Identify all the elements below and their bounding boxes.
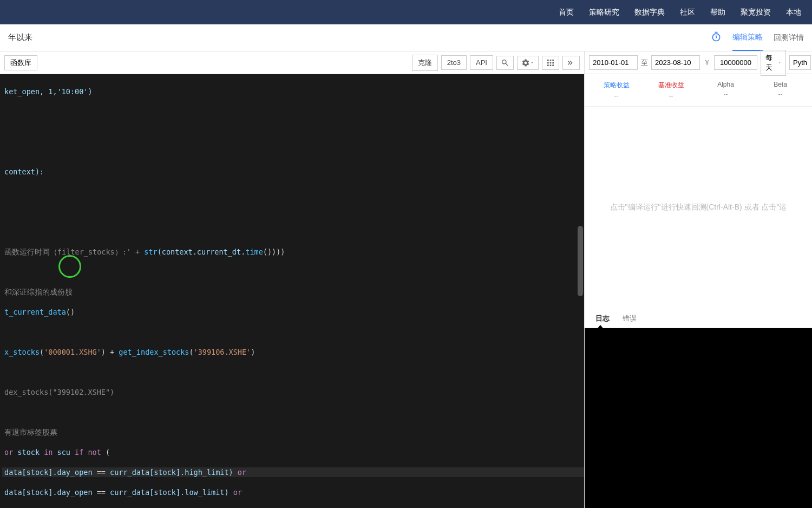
compile-hint: 点击"编译运行"进行快速回测(Ctrl-Alt-B) 或者 点击"运 (610, 203, 787, 212)
nav-local[interactable]: 本地 (786, 8, 801, 17)
nav-data-dict[interactable]: 数据字典 (634, 8, 665, 17)
metric-beta: Beta-- (753, 81, 808, 100)
tab-backtest-detail[interactable]: 回测详情 (774, 25, 804, 50)
nav-home[interactable]: 首页 (559, 8, 574, 17)
svg-rect-7 (547, 64, 549, 66)
code-editor[interactable]: ket_open, 1,'10:00') context): 函数运行时间（fi… (0, 74, 584, 508)
nav-research[interactable]: 策略研究 (589, 8, 619, 17)
gear-icon[interactable] (517, 56, 539, 70)
log-tab-caret-icon (598, 325, 603, 328)
language-select[interactable]: Pyth (789, 55, 811, 70)
nav-help[interactable]: 帮助 (710, 8, 725, 17)
api-button[interactable]: API (470, 55, 493, 70)
svg-rect-1 (547, 60, 549, 61)
nav-invest[interactable]: 聚宽投资 (741, 8, 771, 17)
hint-area: 点击"编译运行"进行快速回测(Ctrl-Alt-B) 或者 点击"运 (585, 107, 812, 308)
timer-icon[interactable] (711, 31, 722, 44)
currency-symbol: ￥ (703, 58, 711, 68)
date-separator: 至 (641, 58, 648, 68)
metric-strategy-return: 策略收益-- (589, 81, 644, 100)
nav-community[interactable]: 社区 (680, 8, 695, 17)
metric-alpha: Alpha-- (698, 81, 753, 100)
search-icon[interactable] (496, 56, 514, 70)
editor-toolbar: 函数库 克隆 2to3 API (0, 51, 584, 74)
date-from-input[interactable] (589, 55, 638, 70)
top-nav: 首页 策略研究 数据字典 社区 帮助 聚宽投资 本地 (0, 0, 812, 24)
keyboard-icon[interactable] (542, 56, 559, 70)
date-to-input[interactable] (651, 55, 700, 70)
editor-scrollbar[interactable] (578, 226, 583, 296)
function-library-button[interactable]: 函数库 (4, 55, 37, 70)
svg-rect-8 (550, 64, 552, 66)
log-tabs: 日志 错误 (585, 308, 812, 328)
tab-edit-strategy[interactable]: 编辑策略 (732, 25, 763, 51)
backtest-toolbar: 至 ￥ 每天 Pyth (585, 51, 812, 74)
log-tab-log[interactable]: 日志 (595, 314, 610, 323)
log-tab-error[interactable]: 错误 (623, 314, 637, 323)
svg-rect-5 (550, 62, 552, 63)
more-icon[interactable] (562, 56, 580, 70)
svg-rect-9 (552, 64, 554, 66)
svg-rect-6 (552, 62, 554, 63)
svg-rect-4 (547, 62, 549, 63)
strategy-title: 年以来 (8, 32, 32, 43)
sub-bar: 年以来 编辑策略 回测详情 (0, 24, 812, 51)
frequency-select[interactable]: 每天 (761, 50, 786, 76)
clone-button[interactable]: 克隆 (412, 55, 438, 71)
svg-rect-2 (550, 60, 552, 61)
cash-input[interactable] (714, 55, 757, 70)
metrics-row: 策略收益-- 基准收益-- Alpha-- Beta-- (585, 74, 812, 107)
metric-benchmark-return: 基准收益-- (644, 81, 698, 100)
py2to3-button[interactable]: 2to3 (441, 55, 467, 70)
svg-rect-3 (552, 60, 554, 61)
log-output[interactable] (585, 328, 812, 508)
